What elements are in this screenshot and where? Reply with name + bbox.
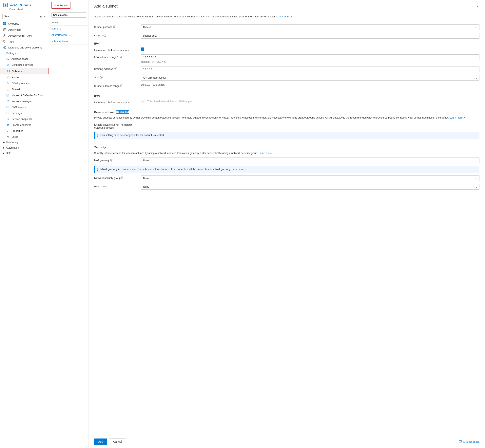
- sidebar-item-overview[interactable]: Overview: [0, 21, 49, 27]
- automation-chevron: ▶: [3, 147, 5, 149]
- ipv4-range-info-icon[interactable]: i: [119, 56, 122, 58]
- sidebar-item-service-endpoints[interactable]: Service endpoints: [0, 116, 49, 122]
- sidebar-item-network-manager[interactable]: Network manager: [0, 98, 49, 104]
- starting-address-label: Starting address * i: [94, 66, 138, 71]
- locks-icon: [6, 135, 9, 138]
- sidebar: vnet-1 | Subnets Virtual network ⊞ « Ove…: [0, 0, 49, 448]
- subnet-purpose-row: Subnet purpose i Default: [94, 24, 479, 30]
- learn-more-link-top[interactable]: Learn more: [276, 15, 292, 18]
- collapse-icon[interactable]: «: [43, 14, 47, 19]
- nat-gateway-row: NAT gateway i None: [94, 158, 479, 163]
- sidebar-item-activity-log[interactable]: Activity log: [0, 27, 49, 33]
- nsg-info-icon[interactable]: i: [121, 176, 124, 179]
- security-section-title: Security: [94, 145, 479, 149]
- sidebar-item-dns-servers[interactable]: DNS servers: [0, 104, 49, 110]
- subnet-name-input[interactable]: [141, 33, 479, 39]
- ipv4-range-select[interactable]: 10.0.0.0/16: [141, 54, 479, 60]
- sidebar-item-ddos[interactable]: DDoS protection: [0, 80, 49, 86]
- size-info-icon[interactable]: i: [100, 76, 103, 79]
- sidebar-item-tags[interactable]: Tags: [0, 39, 49, 45]
- check-icon: ✓: [142, 48, 144, 50]
- subnet-address-range-info-icon[interactable]: i: [120, 85, 123, 87]
- plus-icon: +: [54, 4, 56, 7]
- add-subnet-button[interactable]: + + Subnet: [51, 2, 71, 9]
- close-button[interactable]: ×: [476, 4, 479, 10]
- footer-actions: Add Cancel: [94, 439, 126, 445]
- subnet-search-input[interactable]: [51, 12, 86, 18]
- monitoring-section[interactable]: ▶ Monitoring: [0, 140, 49, 145]
- private-info-box: ℹ This setting can't be changed after th…: [94, 132, 479, 139]
- connected-devices-label: Connected devices: [11, 63, 33, 66]
- svg-marker-19: [7, 58, 9, 60]
- help-section[interactable]: ▶ Help: [0, 150, 49, 156]
- sidebar-item-defender[interactable]: Microsoft Defender for Cloud: [0, 92, 49, 98]
- nsg-select[interactable]: None: [141, 175, 479, 181]
- subnet-item-bastion[interactable]: AzureBastionS...: [49, 32, 89, 38]
- ipv4-section-title: IPv4: [94, 42, 479, 45]
- cancel-button[interactable]: Cancel: [109, 439, 126, 445]
- filter-icon[interactable]: ⊞: [39, 14, 43, 19]
- sidebar-item-private-endpoints[interactable]: Private endpoints: [0, 122, 49, 128]
- sidebar-item-locks[interactable]: Locks: [0, 134, 49, 140]
- svg-point-1: [5, 5, 6, 6]
- sidebar-item-peerings[interactable]: Peerings: [0, 110, 49, 116]
- automation-section[interactable]: ▶ Automation: [0, 145, 49, 150]
- address-space-icon: [6, 57, 9, 60]
- route-table-select[interactable]: None: [141, 184, 479, 190]
- starting-address-input[interactable]: [141, 66, 479, 72]
- monitoring-chevron: ▶: [3, 141, 5, 144]
- nat-gateway-select[interactable]: None: [141, 158, 479, 163]
- enable-private-checkbox[interactable]: [141, 122, 144, 125]
- ddos-icon: [6, 82, 9, 85]
- private-endpoints-label: Private endpoints: [11, 123, 31, 127]
- search-input[interactable]: [2, 14, 37, 19]
- include-ipv4-checkbox[interactable]: ✓: [141, 48, 144, 51]
- sidebar-item-firewall[interactable]: Firewall: [0, 86, 49, 92]
- sidebar-subtitle: Virtual network: [9, 8, 46, 10]
- private-info-text: This setting can't be changed after the …: [100, 134, 164, 136]
- dns-servers-label: DNS servers: [11, 106, 26, 109]
- activity-log-icon: [3, 28, 6, 31]
- subnet-purpose-select[interactable]: Default: [141, 24, 479, 30]
- vnet-icon: [3, 3, 8, 8]
- tags-label: Tags: [8, 40, 14, 43]
- subnet-address-range-value: 10.0.3.0 - 10.0.3.255: [141, 83, 479, 86]
- subnet-item-1[interactable]: subnet-1: [49, 25, 89, 32]
- settings-chevron: ▼: [3, 52, 5, 54]
- svg-rect-7: [5, 22, 6, 24]
- security-learn-more-link[interactable]: Learn more: [259, 152, 274, 154]
- sidebar-item-access-control[interactable]: Access control (IAM): [0, 33, 49, 39]
- form-footer: Add Cancel Give feedback: [89, 435, 485, 448]
- sidebar-item-diagnose[interactable]: Diagnose and solve problems: [0, 45, 49, 50]
- sidebar-item-properties[interactable]: Properties: [0, 128, 49, 134]
- sidebar-item-bastion[interactable]: Bastion: [0, 74, 49, 80]
- private-subnet-description: Private subnets enhance security by not …: [94, 116, 479, 120]
- subnet-item-private[interactable]: subnet-private...: [49, 38, 89, 45]
- nat-learn-more-link[interactable]: Learn more: [232, 168, 247, 171]
- preview-badge: PREVIEW: [116, 110, 129, 114]
- form-body: Subnet purpose i Default Name * i IPv4: [89, 21, 485, 435]
- starting-address-info-icon[interactable]: i: [115, 67, 118, 70]
- settings-section[interactable]: ▼ Settings: [0, 50, 49, 56]
- size-select[interactable]: /24 (256 addresses): [141, 75, 479, 80]
- svg-point-26: [8, 101, 8, 102]
- service-endpoints-icon: [6, 117, 9, 120]
- add-button[interactable]: Add: [94, 439, 107, 445]
- sidebar-item-connected-devices[interactable]: Connected devices: [0, 62, 49, 68]
- locks-label: Locks: [11, 135, 18, 138]
- sidebar-item-subnets[interactable]: Subnets: [0, 68, 49, 74]
- tags-icon: [3, 40, 6, 43]
- subnet-purpose-info-icon[interactable]: i: [113, 25, 116, 28]
- nat-info-text: A NAT gateway is recommended for outboun…: [100, 168, 247, 171]
- nat-gateway-info-icon[interactable]: i: [110, 159, 113, 161]
- subnet-name-control: [141, 33, 479, 39]
- private-subnet-learn-more-link[interactable]: Learn more: [449, 116, 465, 119]
- sidebar-item-address-space[interactable]: Address space: [0, 56, 49, 62]
- name-info-icon[interactable]: i: [104, 34, 106, 37]
- activity-log-label: Activity log: [8, 28, 21, 31]
- peerings-icon: [6, 112, 9, 115]
- nat-gateway-select-wrapper: None: [141, 158, 479, 163]
- give-feedback-button[interactable]: Give feedback: [459, 440, 479, 443]
- sidebar-header: vnet-1 | Subnets Virtual network: [0, 0, 49, 12]
- include-ipv6-label: Include an IPv6 address space: [94, 100, 138, 104]
